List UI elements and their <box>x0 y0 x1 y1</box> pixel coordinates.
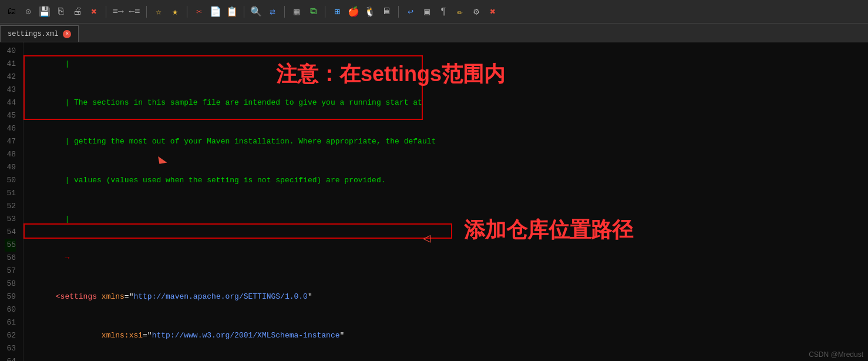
sep5 <box>284 6 285 18</box>
code-line-40: | <box>28 45 863 83</box>
line-num-44: 44 <box>5 96 16 109</box>
code-line-47: xmlns:xsi="http://www.w3.org/2001/XMLSch… <box>28 316 863 355</box>
code-line-43: | values (values used when the setting i… <box>28 161 863 200</box>
line-num-55: 55 <box>5 239 16 252</box>
watermark: CSDN @Mredust <box>809 350 863 359</box>
print-icon[interactable]: 🖨 <box>70 5 85 19</box>
folder-icon[interactable]: 🗂 <box>5 5 19 19</box>
toolbar: 🗂 ⊙ 💾 ⎘ 🖨 ✖ ≡→ ←≡ ☆ ★ ✂ 📄 📋 🔍 ⇄ ▦ ⧉ ⊞ 🍎 … <box>0 0 868 24</box>
line-num-58: 58 <box>5 278 16 290</box>
outdent-icon[interactable]: ←≡ <box>127 5 142 19</box>
line-num-52: 52 <box>5 200 16 213</box>
code-line-42: | getting the most out of your Maven ins… <box>28 122 863 161</box>
line-num-61: 61 <box>5 316 16 329</box>
circle-icon[interactable]: ⊙ <box>21 5 35 19</box>
line-num-43: 43 <box>5 83 16 96</box>
line-num-64: 64 <box>5 355 16 361</box>
line-num-59: 59 <box>5 290 16 303</box>
layout-icon[interactable]: ▣ <box>420 5 434 19</box>
star-filled-icon[interactable]: ★ <box>168 5 182 19</box>
line-num-57: 57 <box>5 265 16 278</box>
line-num-51: 51 <box>5 187 16 200</box>
line-num-50: 50 <box>5 174 16 187</box>
line-num-40: 40 <box>5 45 16 58</box>
grid-icon[interactable]: ▦ <box>290 5 304 19</box>
save-icon[interactable]: 💾 <box>38 5 52 19</box>
tab-close-button[interactable]: × <box>63 30 71 38</box>
linux-icon[interactable]: 🐧 <box>363 5 377 19</box>
sep3 <box>187 6 187 18</box>
para-icon[interactable]: ¶ <box>436 5 450 19</box>
code-line-44: | <box>28 200 863 239</box>
line-num-54: 54 <box>5 226 16 239</box>
tabbar: settings.xml × <box>0 24 868 42</box>
sep6 <box>325 6 325 18</box>
windows-icon[interactable]: ⊞ <box>330 5 344 19</box>
line-num-48: 48 <box>5 148 16 161</box>
close2-icon[interactable]: ✖ <box>486 5 500 19</box>
back-icon[interactable]: ↩ <box>403 5 418 19</box>
sep7 <box>398 6 399 18</box>
scissors-icon[interactable]: ✂ <box>192 5 206 19</box>
gear-icon[interactable]: ⚙ <box>469 5 483 19</box>
copy2-icon[interactable]: ⧉ <box>306 5 320 19</box>
search-icon[interactable]: 🔍 <box>249 5 263 19</box>
page-icon[interactable]: 📄 <box>208 5 223 19</box>
pen-icon[interactable]: ✏ <box>453 5 467 19</box>
star-outline-icon[interactable]: ☆ <box>152 5 166 19</box>
line-numbers: 40 41 42 43 44 45 46 47 48 49 50 51 52 5… <box>0 42 23 361</box>
line-num-41: 41 <box>5 58 16 71</box>
line-num-42: 42 <box>5 71 16 83</box>
line-num-46: 46 <box>5 122 16 135</box>
code-line-48: xsi:schemaLocation="http://maven.apache.… <box>28 355 863 361</box>
line-num-49: 49 <box>5 161 16 174</box>
code-line-41: | The sections in this sample file are i… <box>28 83 863 122</box>
line-num-56: 56 <box>5 252 16 265</box>
line-num-60: 60 <box>5 303 16 316</box>
sep4 <box>244 6 244 18</box>
code-area[interactable]: | | The sections in this sample file are… <box>23 42 868 361</box>
code-line-45: → <box>28 239 863 278</box>
line-num-45: 45 <box>5 109 16 122</box>
line-num-47: 47 <box>5 135 16 148</box>
apple-icon[interactable]: 🍎 <box>346 5 361 19</box>
settings-xml-tab[interactable]: settings.xml × <box>0 25 79 42</box>
indent-icon[interactable]: ≡→ <box>111 5 125 19</box>
sep2 <box>146 6 147 18</box>
code-line-46: <settings xmlns="http://maven.apache.org… <box>28 278 863 316</box>
line-num-62: 62 <box>5 329 16 342</box>
clipboard-icon[interactable]: 📋 <box>225 5 239 19</box>
sep1 <box>106 6 106 18</box>
tab-filename: settings.xml <box>8 30 58 38</box>
close-x-icon[interactable]: ✖ <box>87 5 101 19</box>
line-num-63: 63 <box>5 342 16 355</box>
replace-icon[interactable]: ⇄ <box>265 5 280 19</box>
copy-icon[interactable]: ⎘ <box>54 5 68 19</box>
mac-icon[interactable]: 🖥 <box>379 5 393 19</box>
editor: 40 41 42 43 44 45 46 47 48 49 50 51 52 5… <box>0 42 868 361</box>
line-num-53: 53 <box>5 213 16 226</box>
